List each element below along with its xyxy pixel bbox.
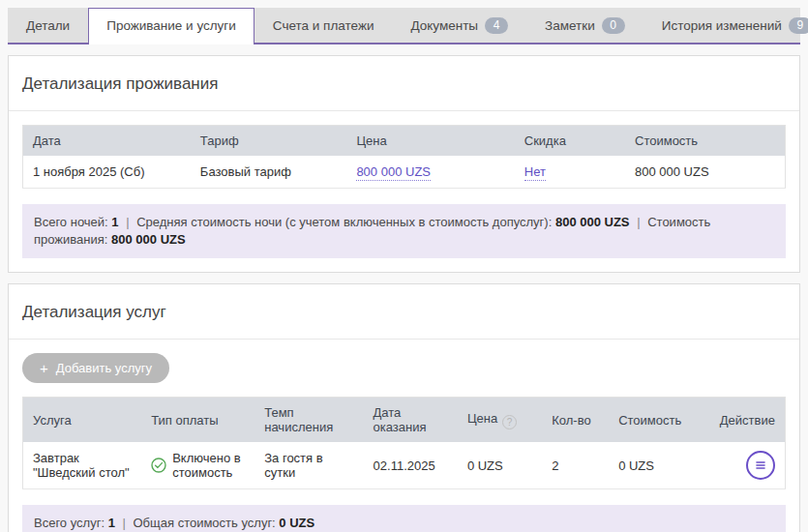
services-summary-bar: Всего услуг: 1 | Общая стоимость услуг: …: [22, 505, 786, 532]
tab-details[interactable]: Детали: [8, 8, 88, 43]
col-service-price: Цена?: [458, 398, 542, 443]
add-service-button[interactable]: + Добавить услугу: [22, 353, 169, 383]
services-table: Услуга Тип оплаты Темп начисления Дата о…: [22, 397, 786, 489]
stay-total-value: 800 000 UZS: [111, 232, 186, 247]
cell-payment-type: Включено в стоимость: [141, 442, 254, 489]
services-card-title: Детализация услуг: [9, 284, 799, 340]
cell-date: 1 ноября 2025 (Сб): [23, 156, 191, 189]
services-table-row: Завтрак "Шведский стол" Включено в стоим…: [23, 442, 786, 489]
col-service-date: Дата оказания: [364, 398, 458, 443]
tab-history-label: История изменений: [662, 18, 782, 33]
stay-summary-bar: Всего ночей: 1 | Средняя стоимость ночи …: [22, 204, 786, 258]
cell-service-price: 0 UZS: [458, 442, 542, 489]
history-count-badge: 9: [789, 17, 808, 34]
cell-cost: 800 000 UZS: [625, 156, 786, 189]
services-count-value: 1: [108, 516, 115, 530]
tab-notes-label: Заметки: [545, 18, 595, 33]
separator: |: [118, 516, 129, 530]
col-service-cost: Стоимость: [609, 398, 710, 443]
discount-link[interactable]: Нет: [524, 164, 546, 181]
cell-price: 800 000 UZS: [346, 156, 514, 189]
page: Детали Проживание и услуги Счета и плате…: [0, 0, 808, 532]
col-discount: Скидка: [515, 126, 625, 157]
col-payment-type: Тип оплаты: [141, 398, 254, 443]
nights-value: 1: [111, 215, 118, 229]
menu-lines-icon: [754, 458, 767, 472]
included-check-icon: [151, 458, 166, 473]
col-date: Дата: [23, 126, 191, 157]
price-link[interactable]: 800 000 UZS: [356, 164, 431, 181]
tab-history[interactable]: История изменений 9: [643, 8, 808, 43]
col-cost: Стоимость: [625, 126, 786, 157]
cell-accrual-rate: За гостя в сутки: [254, 442, 363, 489]
cell-service-date: 02.11.2025: [364, 442, 458, 489]
cell-qty: 2: [542, 442, 609, 489]
tab-bar: Детали Проживание и услуги Счета и плате…: [8, 8, 800, 44]
price-help-icon[interactable]: ?: [502, 415, 517, 429]
col-service: Услуга: [23, 398, 142, 443]
col-qty: Кол-во: [542, 398, 609, 443]
services-table-header-row: Услуга Тип оплаты Темп начисления Дата о…: [23, 398, 786, 443]
row-actions-menu-button[interactable]: [746, 451, 775, 480]
separator: |: [633, 215, 643, 229]
stay-detail-card: Детализация проживания Дата Тариф Цена С…: [8, 55, 800, 273]
separator: |: [122, 215, 133, 229]
stay-table-row: 1 ноября 2025 (Сб) Базовый тариф 800 000…: [23, 156, 786, 189]
col-tariff: Тариф: [191, 126, 347, 157]
stay-card-title: Детализация проживания: [9, 56, 799, 111]
cell-service-name: Завтрак "Шведский стол": [23, 442, 142, 489]
tab-stay-services-label: Проживание и услуги: [106, 18, 236, 33]
col-action: Действие: [710, 398, 786, 443]
cell-tariff: Базовый тариф: [191, 156, 347, 189]
plus-icon: +: [40, 361, 48, 375]
services-card-body: + Добавить услугу Услуга Тип оплаты Темп…: [9, 340, 799, 532]
col-price: Цена: [346, 126, 514, 157]
services-detail-card: Детализация услуг + Добавить услугу Услу…: [8, 283, 800, 532]
documents-count-badge: 4: [485, 17, 508, 34]
tab-invoices-label: Счета и платежи: [273, 18, 374, 33]
payment-type-label: Включено в стоимость: [172, 451, 245, 480]
avg-night-value: 800 000 UZS: [555, 215, 630, 229]
tab-details-label: Детали: [26, 18, 70, 33]
tab-stay-services[interactable]: Проживание и услуги: [88, 8, 254, 44]
cell-service-cost: 0 UZS: [609, 442, 710, 489]
nights-label: Всего ночей:: [34, 215, 108, 229]
services-count-label: Всего услуг:: [34, 516, 105, 530]
stay-table-header-row: Дата Тариф Цена Скидка Стоимость: [23, 126, 786, 157]
notes-count-badge: 0: [602, 17, 625, 34]
tab-documents[interactable]: Документы 4: [392, 8, 526, 43]
tab-invoices[interactable]: Счета и платежи: [254, 8, 393, 43]
stay-table: Дата Тариф Цена Скидка Стоимость 1 ноябр…: [22, 125, 786, 189]
col-accrual-rate: Темп начисления: [254, 398, 363, 443]
stay-card-body: Дата Тариф Цена Скидка Стоимость 1 ноябр…: [9, 111, 799, 272]
tab-notes[interactable]: Заметки 0: [526, 8, 643, 43]
avg-night-label: Средняя стоимость ночи (с учетом включен…: [136, 215, 552, 229]
cell-discount: Нет: [515, 156, 625, 189]
add-service-label: Добавить услугу: [56, 361, 152, 375]
cell-action: [710, 442, 786, 489]
services-total-label: Общая стоимость услуг:: [134, 516, 276, 530]
services-total-value: 0 UZS: [279, 516, 314, 530]
tab-documents-label: Документы: [410, 18, 478, 33]
